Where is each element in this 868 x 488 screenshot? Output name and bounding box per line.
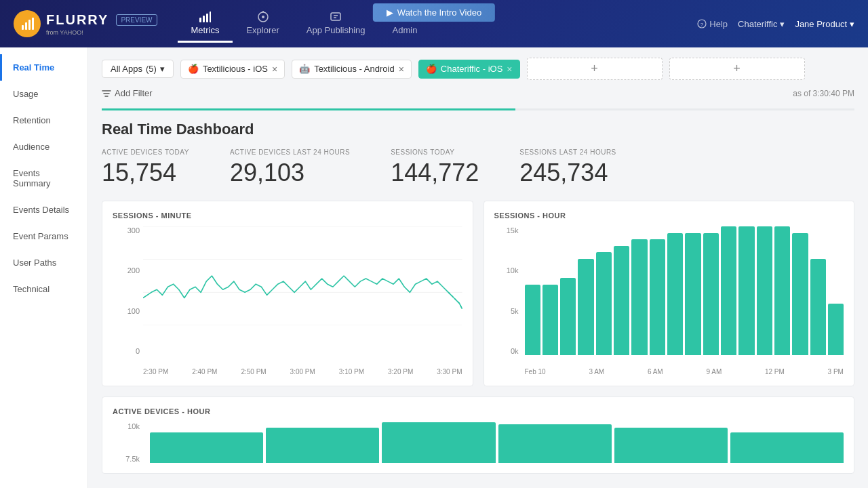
stat-active-devices-today: ACTIVE DEVICES TODAY 15,754 (102, 148, 189, 187)
bar-12 (738, 226, 754, 355)
bar-13 (757, 226, 772, 355)
sidebar-item-usage[interactable]: Usage (0, 81, 87, 107)
active-bar-4 (614, 428, 728, 464)
sidebar-item-retention[interactable]: Retention (0, 107, 87, 134)
sidebar: Real Time Usage Retention Audience Event… (0, 47, 88, 488)
preview-badge: PREVIEW (116, 14, 157, 26)
bar-chart-bars (525, 226, 844, 355)
svg-point-9 (262, 16, 264, 18)
svg-rect-6 (206, 14, 208, 22)
active-bar-3 (498, 424, 612, 463)
content-area: All Apps (5) ▾ 🍎 Textilicious - iOS × 🤖 … (88, 47, 868, 488)
svg-rect-7 (210, 12, 211, 22)
svg-rect-0 (22, 25, 24, 30)
bar-chart-area: 15k 10k 5k 0k Feb 10 3 AM 6 AM 9 AM 12 P… (494, 226, 844, 375)
close-textilicious-ios[interactable]: × (272, 64, 277, 75)
bar-8 (667, 233, 683, 356)
svg-rect-11 (331, 13, 340, 20)
svg-text:?: ? (701, 22, 704, 28)
bar-0 (525, 285, 540, 356)
intro-video-banner[interactable]: ▶ Watch the Intro Video (373, 3, 495, 22)
svg-rect-5 (203, 16, 205, 22)
svg-rect-3 (32, 18, 34, 30)
bar-11 (721, 226, 736, 355)
bar-2 (560, 278, 576, 355)
stat-sessions-24h: SESSIONS LAST 24 HOURS 245,734 (519, 148, 616, 187)
active-bar-5 (730, 432, 844, 463)
user-name[interactable]: Jane Product ▾ (795, 19, 854, 29)
add-filter-button[interactable]: Add Filter (102, 88, 153, 98)
nav-right: ? Help Chateriffic ▾ Jane Product ▾ (697, 19, 854, 29)
app-tag-textilicious-ios: 🍎 Textilicious - iOS × (180, 60, 285, 79)
svg-rect-2 (28, 20, 31, 30)
all-apps-button[interactable]: All Apps (5) ▾ (102, 60, 174, 78)
sessions-hour-chart: SESSIONS - HOUR 15k 10k 5k 0k Feb 10 3 A… (484, 201, 855, 386)
bar-1 (542, 285, 558, 356)
timestamp: as of 3:30:40 PM (793, 89, 854, 98)
bar-3 (578, 259, 593, 356)
logo-text: FLURRY (46, 12, 108, 28)
app-tag-chateriffic-ios: 🍎 Chateriffic - iOS × (418, 60, 520, 79)
nav-metrics[interactable]: Metrics (178, 5, 233, 43)
sidebar-item-events-summary[interactable]: Events Summary (0, 160, 87, 197)
sidebar-item-event-params[interactable]: Event Params (0, 223, 87, 249)
bar-15 (792, 233, 808, 356)
active-bar-1 (266, 428, 379, 464)
svg-rect-4 (199, 18, 201, 22)
bar-6 (631, 239, 647, 355)
nav-app-publishing[interactable]: App Publishing (293, 5, 379, 43)
sidebar-item-technical[interactable]: Technical (0, 276, 87, 302)
bar-10 (703, 233, 719, 356)
content-divider (102, 108, 854, 110)
add-app-button-2[interactable]: + (669, 58, 805, 80)
bar-4 (596, 252, 612, 355)
logo-area: FLURRY PREVIEW from YAHOO! (14, 10, 157, 37)
sidebar-item-events-details[interactable]: Events Details (0, 197, 87, 223)
org-selector[interactable]: Chateriffic ▾ (738, 19, 785, 29)
bar-5 (614, 246, 629, 356)
yahoo-subtext: from YAHOO! (46, 29, 157, 36)
add-filter-row: Add Filter as of 3:30:40 PM (102, 88, 854, 98)
flurry-logo (14, 10, 41, 37)
main-layout: Real Time Usage Retention Audience Event… (0, 47, 868, 488)
dashboard-title: Real Time Dashboard (102, 121, 854, 138)
close-textilicious-android[interactable]: × (399, 64, 404, 75)
bar-16 (810, 259, 826, 356)
filter-bar: All Apps (5) ▾ 🍎 Textilicious - iOS × 🤖 … (102, 58, 854, 80)
sidebar-item-audience[interactable]: Audience (0, 134, 87, 160)
close-chateriffic-ios[interactable]: × (507, 64, 512, 75)
app-tag-textilicious-android: 🤖 Textilicious - Android × (292, 60, 412, 79)
active-bar-2 (382, 422, 495, 463)
nav-explorer[interactable]: Explorer (233, 5, 292, 43)
sidebar-item-real-time[interactable]: Real Time (0, 54, 87, 81)
y-axis-labels: 300 200 100 0 (113, 226, 140, 355)
bar-9 (685, 233, 701, 356)
stat-active-devices-24h: ACTIVE DEVICES LAST 24 HOURS 29,103 (230, 148, 350, 187)
active-devices-hour-chart: ACTIVE DEVICES - HOUR 10k 7.5k (102, 396, 854, 474)
bar-17 (828, 304, 844, 355)
stat-sessions-today: SESSIONS TODAY 144,772 (391, 148, 479, 187)
active-devices-bars (150, 422, 844, 463)
stats-row: ACTIVE DEVICES TODAY 15,754 ACTIVE DEVIC… (102, 148, 854, 187)
add-app-button-1[interactable]: + (527, 58, 663, 80)
svg-rect-1 (25, 22, 27, 30)
bar-7 (650, 239, 665, 355)
bar-14 (774, 226, 790, 355)
top-navigation: FLURRY PREVIEW from YAHOO! Metrics Explo… (0, 0, 868, 47)
line-chart-area: 300 200 100 0 (113, 226, 462, 375)
sidebar-item-user-paths[interactable]: User Paths (0, 249, 87, 276)
line-chart-svg (143, 226, 462, 325)
help-link[interactable]: ? Help (697, 19, 728, 29)
sessions-minute-chart: SESSIONS - MINUTE 300 200 100 0 (102, 201, 473, 386)
charts-grid: SESSIONS - MINUTE 300 200 100 0 (102, 201, 854, 386)
active-bar-0 (150, 432, 263, 463)
x-axis-labels: 2:30 PM 2:40 PM 2:50 PM 3:00 PM 3:10 PM … (143, 368, 462, 375)
